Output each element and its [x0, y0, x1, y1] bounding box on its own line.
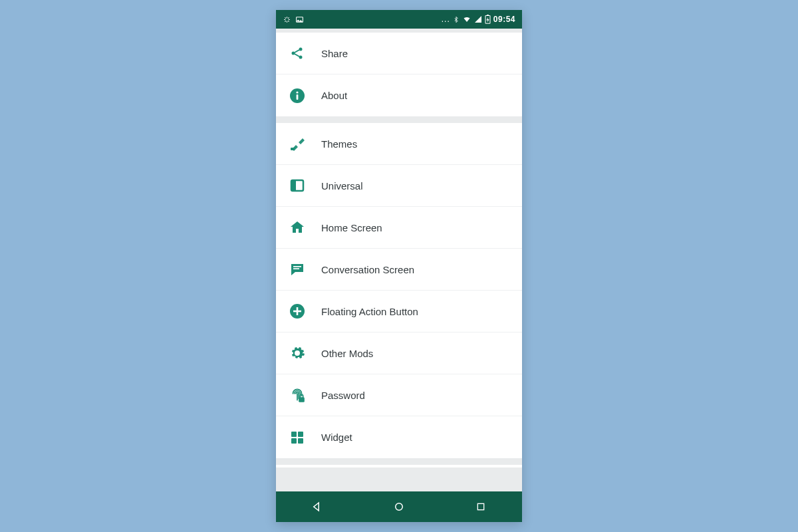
other-mods-label: Other Mods	[321, 348, 373, 359]
svg-rect-11	[291, 180, 296, 191]
svg-rect-16	[293, 311, 301, 313]
home-screen-row[interactable]: Home Screen	[276, 207, 522, 249]
share-label: Share	[321, 48, 348, 59]
widget-icon	[288, 430, 307, 446]
svg-rect-22	[298, 438, 303, 444]
home-screen-label: Home Screen	[321, 222, 382, 233]
nav-home-button[interactable]	[383, 491, 415, 522]
universal-label: Universal	[321, 180, 363, 192]
universal-row[interactable]: Universal	[276, 165, 522, 207]
svg-rect-12	[293, 266, 301, 267]
share-row[interactable]: Share	[276, 33, 522, 74]
loading-icon	[283, 15, 291, 24]
status-time: 09:54	[493, 15, 515, 24]
nav-recent-button[interactable]	[465, 491, 497, 522]
image-icon	[295, 15, 304, 24]
svg-rect-21	[291, 438, 297, 444]
fingerprint-icon	[288, 386, 307, 404]
fab-row[interactable]: Floating Action Button	[276, 291, 522, 332]
about-label: About	[321, 90, 347, 101]
share-icon	[288, 45, 307, 61]
plus-icon	[288, 303, 307, 319]
themes-label: Themes	[321, 138, 357, 150]
universal-icon	[288, 178, 307, 194]
settings-group-customize: Themes Universal Home Screen	[276, 123, 522, 458]
svg-point-17	[296, 352, 299, 355]
svg-rect-19	[291, 432, 297, 437]
svg-rect-13	[293, 268, 299, 269]
svg-rect-2	[487, 15, 489, 15]
svg-rect-20	[298, 432, 303, 437]
battery-charging-icon	[485, 15, 491, 24]
svg-rect-24	[478, 503, 484, 509]
nav-back-button[interactable]	[301, 491, 333, 522]
conversation-screen-row[interactable]: Conversation Screen	[276, 249, 522, 291]
phone-frame: ...	[276, 10, 522, 522]
status-bar: ...	[276, 10, 522, 29]
bluetooth-icon	[453, 15, 460, 24]
more-icon: ...	[442, 15, 450, 24]
other-mods-row[interactable]: Other Mods	[276, 332, 522, 374]
wifi-icon	[462, 15, 471, 23]
svg-rect-9	[291, 148, 295, 150]
svg-point-8	[296, 91, 298, 93]
info-icon	[288, 88, 307, 104]
password-label: Password	[321, 390, 365, 401]
widget-label: Widget	[321, 432, 352, 443]
settings-list: Share About	[276, 29, 522, 491]
widget-row[interactable]: Widget	[276, 416, 522, 458]
fab-label: Floating Action Button	[321, 306, 418, 317]
about-row[interactable]: About	[276, 74, 522, 116]
signal-icon	[474, 15, 482, 23]
svg-point-23	[396, 503, 403, 511]
svg-rect-7	[297, 94, 299, 100]
conversation-screen-label: Conversation Screen	[321, 264, 414, 275]
gear-icon	[288, 345, 307, 361]
svg-rect-18	[299, 397, 305, 402]
settings-group-general: Share About	[276, 33, 522, 116]
android-nav-bar	[276, 491, 522, 522]
password-row[interactable]: Password	[276, 374, 522, 416]
chat-icon	[288, 261, 307, 277]
home-icon	[288, 219, 307, 235]
themes-icon	[288, 136, 307, 152]
themes-row[interactable]: Themes	[276, 123, 522, 165]
